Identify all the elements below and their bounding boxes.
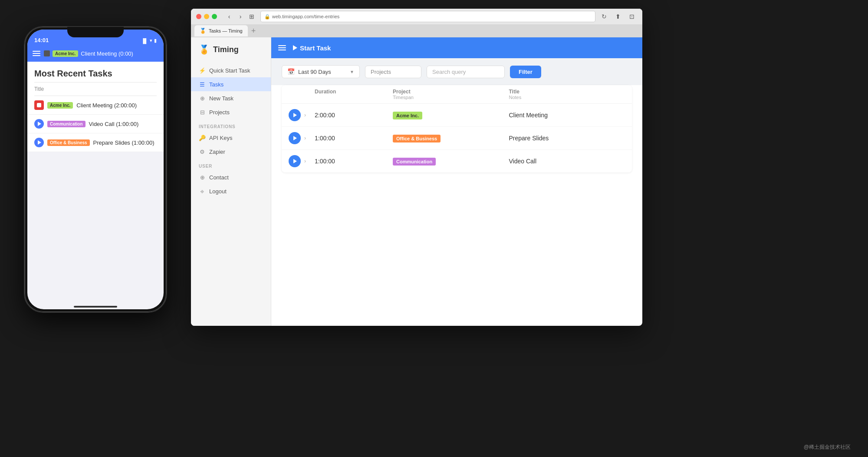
play-icon-2[interactable] — [34, 119, 44, 129]
browser-tab-grid-button[interactable]: ⊞ — [247, 11, 257, 22]
sidebar-item-zapier[interactable]: ⚙ Zapier — [191, 145, 271, 159]
projects-placeholder: Projects — [371, 69, 391, 75]
phone-section-header: Most Recent Tasks — [27, 62, 164, 82]
new-tab-button[interactable]: + — [251, 26, 256, 36]
projects-icon: ⊟ — [199, 109, 206, 116]
phone-task-item-3[interactable]: Office & Business Prepare Slides (1:00:0… — [27, 133, 164, 152]
table-header: Duration Project Timespan Title Notes — [282, 85, 632, 104]
sidebar-item-quick-start[interactable]: ⚡ Quick Start Task — [191, 63, 271, 77]
stop-icon-1[interactable] — [34, 100, 44, 110]
app-logo-icon: 🏅 — [199, 44, 210, 55]
phone-time: 14:01 — [34, 37, 49, 43]
search-placeholder: Search query — [432, 69, 466, 75]
phone-task-item-1[interactable]: Acme Inc. Client Meeting (2:00:00) — [27, 96, 164, 115]
phone-device: 14:01 ▐▌ ▾ ▮ Acme Inc. Client Meeting (0… — [24, 26, 167, 313]
new-task-icon: ⊕ — [199, 95, 206, 102]
phone-section-title: Most Recent Tasks — [34, 69, 157, 79]
play-icon-3[interactable] — [34, 138, 44, 147]
sidebar-item-new-task-label: New Task — [209, 95, 233, 102]
phone-task-badge-1: Acme Inc. — [47, 102, 73, 109]
row-1-controls: › — [289, 109, 315, 121]
row-2-project: Office & Business — [393, 134, 509, 142]
table-row-2: › 1:00:00 Office & Business Prepare Slid… — [282, 127, 632, 150]
close-window-button[interactable] — [196, 14, 201, 19]
date-range-label: Last 90 Days — [298, 69, 331, 75]
phone-task-item-2[interactable]: Communication Video Call (1:00:00) — [27, 115, 164, 133]
user-section-label: USER — [191, 159, 271, 170]
row-2-play-button[interactable] — [289, 132, 301, 144]
maximize-window-button[interactable] — [212, 14, 217, 19]
sidebar-item-new-task[interactable]: ⊕ New Task — [191, 91, 271, 105]
dropdown-arrow-icon: ▼ — [350, 70, 354, 74]
browser-tab-bar: 🏅 Tasks — Timing + — [191, 24, 642, 37]
browser-body: 🏅 Timing ⚡ Quick Start Task ☰ Tasks ⊕ Ne… — [191, 37, 642, 326]
row-3-play-button[interactable] — [289, 155, 301, 167]
projects-filter-button[interactable]: Projects — [365, 66, 421, 78]
sidebar-item-tasks[interactable]: ☰ Tasks — [191, 77, 271, 91]
th-empty — [289, 89, 315, 100]
wifi-icon: ▾ — [150, 38, 152, 43]
topbar-hamburger-button[interactable] — [278, 45, 286, 50]
phone-status-icons: ▐▌ ▾ ▮ — [141, 38, 157, 43]
tasks-icon: ☰ — [199, 81, 206, 88]
app-main-area: Start Task 📅 Last 90 Days ▼ Projects Sea… — [271, 37, 642, 326]
start-task-label: Start Task — [300, 44, 331, 52]
phone-task-label-3: Prepare Slides (1:00:00) — [93, 139, 155, 146]
row-3-project: Communication — [393, 157, 509, 165]
th-project: Project Timespan — [393, 89, 509, 100]
browser-addressbar[interactable]: 🔒 web.timingapp.com/time-entries — [260, 11, 595, 22]
api-keys-icon: 🔑 — [199, 134, 206, 141]
refresh-button[interactable]: ↻ — [599, 11, 609, 22]
sidebar-item-logout-label: Logout — [209, 188, 227, 195]
sidebar-item-api-keys-label: API Keys — [209, 135, 232, 141]
sidebar-item-logout[interactable]: ⎆ Logout — [191, 184, 271, 198]
row-2-controls: › — [289, 132, 315, 144]
app-toolbar: 📅 Last 90 Days ▼ Projects Search query F… — [271, 58, 642, 85]
tasks-table: Duration Project Timespan Title Notes — [282, 85, 632, 172]
date-range-button[interactable]: 📅 Last 90 Days ▼ — [282, 65, 360, 78]
row-3-controls: › — [289, 155, 315, 167]
row-2-duration: 1:00:00 — [315, 135, 393, 142]
row-1-title: Client Meeting — [509, 112, 625, 119]
hamburger-icon[interactable] — [33, 51, 40, 56]
minimize-window-button[interactable] — [204, 14, 209, 19]
calendar-icon: 📅 — [287, 68, 295, 75]
browser-back-button[interactable]: ‹ — [224, 11, 234, 22]
play-icon — [293, 45, 297, 50]
signal-icon: ▐▌ — [141, 38, 148, 43]
browser-window: ‹ › ⊞ 🔒 web.timingapp.com/time-entries ↻… — [191, 9, 642, 326]
row-3-duration: 1:00:00 — [315, 158, 393, 165]
sidebar-item-projects[interactable]: ⊟ Projects — [191, 105, 271, 119]
table-row-3: › 1:00:00 Communication Video Call — [282, 150, 632, 172]
contact-icon: ⊕ — [199, 174, 206, 181]
start-task-button[interactable]: Start Task — [293, 44, 331, 52]
sidebar-toggle-button[interactable]: ⊡ — [627, 11, 637, 22]
sidebar-item-contact[interactable]: ⊕ Contact — [191, 170, 271, 184]
phone-task-label-1: Client Meeting (2:00:00) — [76, 102, 137, 109]
browser-forward-button[interactable]: › — [235, 11, 246, 22]
filter-button[interactable]: Filter — [510, 66, 541, 78]
quick-start-icon: ⚡ — [199, 67, 206, 74]
row-3-project-badge: Communication — [393, 158, 436, 166]
browser-chrome: ‹ › ⊞ 🔒 web.timingapp.com/time-entries ↻… — [191, 9, 642, 37]
phone-body: 14:01 ▐▌ ▾ ▮ Acme Inc. Client Meeting (0… — [24, 26, 167, 313]
zapier-icon: ⚙ — [199, 148, 206, 155]
phone-task-badge-2: Communication — [47, 121, 85, 127]
row-2-project-badge: Office & Business — [393, 135, 441, 142]
browser-tab[interactable]: 🏅 Tasks — Timing — [194, 25, 248, 36]
share-button[interactable]: ⬆ — [613, 11, 623, 22]
row-2-title: Prepare Slides — [509, 135, 625, 142]
phone-screen: 14:01 ▐▌ ▾ ▮ Acme Inc. Client Meeting (0… — [27, 30, 164, 309]
browser-titlebar: ‹ › ⊞ 🔒 web.timingapp.com/time-entries ↻… — [191, 9, 642, 24]
lock-icon: 🔒 — [264, 14, 270, 20]
phone-home-indicator[interactable] — [74, 306, 117, 308]
phone-nav-bar: Acme Inc. Client Meeting (0:00) — [27, 45, 164, 62]
row-1-play-button[interactable] — [289, 109, 301, 121]
sidebar-item-api-keys[interactable]: 🔑 API Keys — [191, 131, 271, 145]
row-2-chevron-icon: › — [304, 135, 306, 141]
traffic-lights — [196, 14, 217, 19]
row-3-title: Video Call — [509, 158, 625, 165]
row-1-duration: 2:00:00 — [315, 112, 393, 119]
row-1-project-badge: Acme Inc. — [393, 112, 422, 119]
search-input[interactable]: Search query — [427, 66, 505, 78]
